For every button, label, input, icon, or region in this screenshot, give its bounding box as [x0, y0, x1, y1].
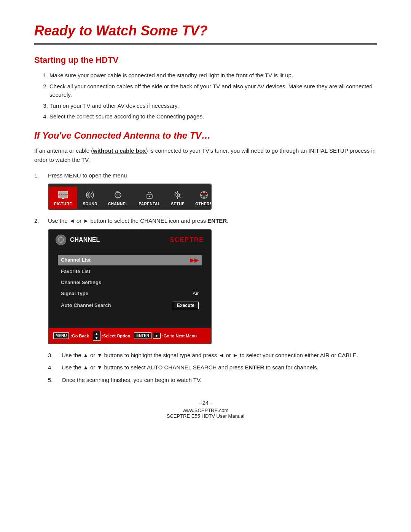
setup-icon [172, 190, 184, 200]
signal-type-value: Air [193, 291, 199, 296]
step5: 5. Once the scanning finishes, you can b… [48, 376, 377, 385]
menu-top-bar: SCEPTRE PICTURE SOUND [49, 184, 211, 209]
page-footer: - 24 - www.SCEPTRE.com SCEPTRE E55 HDTV … [34, 399, 377, 419]
enter-btn: ENTER [134, 332, 151, 339]
step2-number: 2. [34, 217, 43, 225]
list-item: Turn on your TV and other AV devices if … [49, 102, 377, 110]
footer-manual: SCEPTRE E55 HDTV User Manual [34, 413, 377, 419]
menu-btn: MENU [53, 332, 69, 339]
step1: 1. Press MENU to open the menu SCEPTRE P… [34, 171, 377, 210]
footer-go-back-text: :Go Back [70, 334, 89, 338]
step4-text: Use the ▲ or ▼ buttons to select AUTO CH… [62, 363, 319, 372]
section-divider [34, 43, 377, 45]
footer-url: www.SCEPTRE.com [34, 407, 377, 413]
footer-next-text: :Go to Next Menu [162, 334, 197, 338]
step2: 2. Use the ◄ or ► button to select the C… [34, 217, 377, 344]
footer-menu-item: MENU :Go Back [53, 332, 89, 339]
menu-item-parental: PARENTAL [133, 187, 166, 209]
menu-item-setup: SETUP [166, 187, 190, 209]
channel-menu-items: Channel List ▶▶ Favorite List Channel Se… [49, 250, 211, 328]
section1-steps: Make sure your power cable is connected … [49, 71, 377, 121]
channel-footer: MENU :Go Back ▲▼ :Select Option ENTER ► … [49, 328, 211, 343]
step3-text: Use the ▲ or ▼ buttons to highlight the … [62, 351, 358, 360]
menu-item-picture: SCEPTRE PICTURE [49, 187, 77, 209]
menu-label-others: OTHERS [195, 202, 212, 206]
channel-header: CHANNEL SCEPTRE [49, 230, 211, 250]
steps-3-5: 3. Use the ▲ or ▼ buttons to highlight t… [48, 351, 377, 385]
menu-item-sound: SOUND [77, 187, 103, 209]
svg-line-21 [175, 192, 176, 193]
channel-screenshot: CHANNEL SCEPTRE Channel List ▶▶ Favorite… [48, 229, 212, 344]
sceptre-brand: SCEPTRE [170, 236, 204, 243]
channel-menu-title: CHANNEL [70, 236, 100, 243]
footer-next-item: ENTER ► :Go to Next Menu [134, 332, 197, 339]
channel-icon [112, 190, 124, 200]
svg-rect-2 [61, 199, 65, 199]
section1-title: Starting up the HDTV [34, 55, 377, 65]
menu-label-parental: PARENTAL [139, 202, 160, 206]
up-down-btn: ▲▼ [93, 331, 100, 341]
menu-item-channel: CHANNEL [103, 187, 133, 209]
step3: 3. Use the ▲ or ▼ buttons to highlight t… [48, 351, 377, 360]
step4-number: 4. [48, 363, 57, 372]
step1-text: Press MENU to open the menu [48, 171, 127, 180]
favorite-list-label: Favorite List [61, 268, 90, 274]
page-title: Ready to Watch Some TV? [34, 23, 377, 39]
svg-text:SCEPTRE: SCEPTRE [58, 193, 68, 196]
signal-type-label: Signal Type [61, 291, 88, 296]
channel-header-icon [56, 235, 66, 245]
svg-rect-1 [62, 198, 64, 199]
menu-label-setup: SETUP [171, 202, 185, 206]
list-item: Make sure your power cable is connected … [49, 71, 377, 80]
menu-screenshot: SCEPTRE PICTURE SOUND [48, 184, 212, 210]
section2-intro: If an antenna or cable (without a cable … [34, 146, 377, 165]
list-item: Check all your connection cables off the… [49, 82, 377, 99]
channel-title: CHANNEL [56, 235, 100, 245]
menu-label-sound: SOUND [83, 202, 97, 206]
execute-button: Execute [173, 302, 199, 309]
parental-icon [143, 190, 156, 200]
footer-select-text: :Select Option [102, 334, 131, 338]
right-arrow-btn: ► [153, 333, 161, 339]
auto-channel-label: Auto Channel Search [61, 302, 111, 308]
page-number: - 24 - [34, 399, 377, 406]
sound-icon [84, 190, 96, 200]
step5-text: Once the scanning finishes, you can begi… [62, 376, 202, 385]
others-icon [198, 190, 210, 200]
channel-settings-row: Channel Settings [58, 277, 202, 288]
menu-label-channel: CHANNEL [108, 202, 128, 206]
svg-point-6 [87, 193, 89, 197]
menu-label-picture: PICTURE [54, 202, 72, 206]
step5-number: 5. [48, 376, 57, 385]
step1-number: 1. [34, 171, 43, 180]
favorite-list-row: Favorite List [58, 266, 202, 276]
step3-number: 3. [48, 351, 57, 360]
svg-point-14 [149, 196, 150, 197]
picture-icon: SCEPTRE [57, 190, 69, 200]
signal-type-row: Signal Type Air [58, 288, 202, 299]
channel-list-row: Channel List ▶▶ [58, 255, 202, 265]
channel-list-label: Channel List [61, 257, 91, 263]
svg-line-22 [179, 197, 180, 198]
channel-settings-label: Channel Settings [61, 280, 101, 285]
list-item: Select the correct source according to t… [49, 112, 377, 121]
step2-text: Use the ◄ or ► button to select the CHAN… [48, 217, 228, 225]
section2-title: If You've Connected Antenna to the TV… [34, 130, 377, 141]
auto-channel-row: Auto Channel Search Execute [58, 299, 202, 312]
menu-item-others: OTHERS [190, 187, 212, 209]
channel-list-arrow: ▶▶ [190, 257, 199, 263]
svg-point-16 [177, 194, 178, 196]
footer-select-item: ▲▼ :Select Option [93, 331, 130, 341]
step4: 4. Use the ▲ or ▼ buttons to select AUTO… [48, 363, 377, 372]
